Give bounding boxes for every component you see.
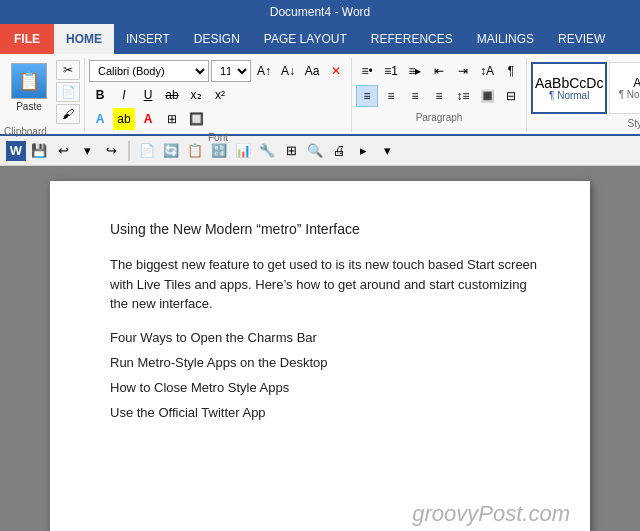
- style-nospacing-preview: AaB: [633, 77, 640, 89]
- ribbon-body: 📋 Paste ✂ 📄 🖌 Clipboard Calibri (Body) 1…: [0, 54, 640, 136]
- format-painter-button[interactable]: 🖌: [56, 104, 80, 124]
- style-normal[interactable]: AaBbCcDc ¶ Normal: [531, 62, 607, 114]
- document-area: Using the New Modern “metro” Interface T…: [0, 166, 640, 531]
- sort-button[interactable]: ↕A: [476, 60, 498, 82]
- bullets-button[interactable]: ≡•: [356, 60, 378, 82]
- tab-mailings[interactable]: MAILINGS: [465, 24, 546, 54]
- style-normal-label: ¶ Normal: [549, 90, 589, 101]
- styles-section: AaBbCcDc ¶ Normal AaB ¶ No Spa… ▲ ▼ ⊞ St…: [527, 58, 640, 132]
- list-item-0: Four Ways to Open the Charms Bar: [110, 330, 540, 345]
- paste-label: Paste: [16, 101, 42, 112]
- document-title: Using the New Modern “metro” Interface: [110, 221, 540, 237]
- qat-btn6[interactable]: 🔧: [256, 140, 278, 162]
- qat-btn10[interactable]: ▸: [352, 140, 374, 162]
- tab-home[interactable]: HOME: [54, 24, 114, 54]
- tab-insert[interactable]: INSERT: [114, 24, 182, 54]
- document-page[interactable]: Using the New Modern “metro” Interface T…: [50, 181, 590, 531]
- font-name-select[interactable]: Calibri (Body): [89, 60, 209, 82]
- ribbon-tabs: FILE HOME INSERT DESIGN PAGE LAYOUT REFE…: [0, 24, 640, 54]
- clipboard-section: 📋 Paste ✂ 📄 🖌 Clipboard: [0, 58, 85, 132]
- groovy-watermark: groovyPost.com: [412, 501, 570, 527]
- superscript-button[interactable]: x²: [209, 84, 231, 106]
- increase-font-button[interactable]: A↑: [253, 60, 275, 82]
- decrease-font-button[interactable]: A↓: [277, 60, 299, 82]
- font-color-button[interactable]: A: [137, 108, 159, 130]
- style-normal-preview: AaBbCcDc: [535, 76, 603, 90]
- tab-page-layout[interactable]: PAGE LAYOUT: [252, 24, 359, 54]
- document-paragraph: The biggest new feature to get used to i…: [110, 255, 540, 314]
- styles-label: Styles: [531, 118, 640, 129]
- quick-access-toolbar: W 💾 ↩ ▾ ↪ 📄 🔄 📋 🔡 📊 🔧 ⊞ 🔍 🖨 ▸ ▾: [0, 136, 640, 166]
- shading-button[interactable]: 🔲: [185, 108, 207, 130]
- word-icon: W: [6, 141, 26, 161]
- qat-btn2[interactable]: 🔄: [160, 140, 182, 162]
- shading-para-button[interactable]: 🔳: [476, 85, 498, 107]
- qat-btn7[interactable]: ⊞: [280, 140, 302, 162]
- text-highlight-button[interactable]: ab: [113, 108, 135, 130]
- change-case-button[interactable]: Aa: [301, 60, 323, 82]
- underline-button[interactable]: U: [137, 84, 159, 106]
- tab-review[interactable]: REVIEW: [546, 24, 617, 54]
- tab-file[interactable]: FILE: [0, 24, 54, 54]
- text-effects-button[interactable]: A: [89, 108, 111, 130]
- borders-para-button[interactable]: ⊟: [500, 85, 522, 107]
- align-right-button[interactable]: ≡: [404, 85, 426, 107]
- decrease-indent-button[interactable]: ⇤: [428, 60, 450, 82]
- clipboard-right: ✂ 📄 🖌: [56, 60, 80, 124]
- undo-button[interactable]: ↩: [52, 140, 74, 162]
- qat-btn4[interactable]: 🔡: [208, 140, 230, 162]
- copy-button[interactable]: 📄: [56, 82, 80, 102]
- align-center-button[interactable]: ≡: [380, 85, 402, 107]
- list-item-1: Run Metro-Style Apps on the Desktop: [110, 355, 540, 370]
- italic-button[interactable]: I: [113, 84, 135, 106]
- redo-button[interactable]: ↪: [100, 140, 122, 162]
- align-left-button[interactable]: ≡: [356, 85, 378, 107]
- styles-gallery: AaBbCcDc ¶ Normal AaB ¶ No Spa… ▲ ▼ ⊞: [531, 60, 640, 116]
- title-text: Document4 - Word: [270, 5, 370, 19]
- qat-btn5[interactable]: 📊: [232, 140, 254, 162]
- qat-dropdown[interactable]: ▾: [376, 140, 398, 162]
- subscript-button[interactable]: x₂: [185, 84, 207, 106]
- bold-button[interactable]: B: [89, 84, 111, 106]
- show-hide-button[interactable]: ¶: [500, 60, 522, 82]
- qat-btn9[interactable]: 🖨: [328, 140, 350, 162]
- borders-button[interactable]: ⊞: [161, 108, 183, 130]
- style-no-spacing[interactable]: AaB ¶ No Spa…: [609, 62, 640, 114]
- tab-references[interactable]: REFERENCES: [359, 24, 465, 54]
- clipboard-label: Clipboard: [4, 126, 47, 137]
- numbering-button[interactable]: ≡1: [380, 60, 402, 82]
- paste-button[interactable]: 📋 Paste: [4, 60, 54, 124]
- strikethrough-button[interactable]: ab: [161, 84, 183, 106]
- clear-format-button[interactable]: ✕: [325, 60, 347, 82]
- save-button[interactable]: 💾: [28, 140, 50, 162]
- tab-design[interactable]: DESIGN: [182, 24, 252, 54]
- paragraph-label: Paragraph: [356, 112, 522, 123]
- multilevel-button[interactable]: ≡▸: [404, 60, 426, 82]
- title-bar: Document4 - Word: [0, 0, 640, 24]
- list-item-3: Use the Official Twitter App: [110, 405, 540, 420]
- justify-button[interactable]: ≡: [428, 85, 450, 107]
- style-nospacing-label: ¶ No Spa…: [619, 89, 640, 100]
- qat-btn1[interactable]: 📄: [136, 140, 158, 162]
- undo-dropdown[interactable]: ▾: [76, 140, 98, 162]
- cut-button[interactable]: ✂: [56, 60, 80, 80]
- paste-icon: 📋: [11, 63, 47, 99]
- font-section: Calibri (Body) 11 A↑ A↓ Aa ✕ B I U ab x₂…: [85, 58, 352, 132]
- increase-indent-button[interactable]: ⇥: [452, 60, 474, 82]
- list-item-2: How to Close Metro Style Apps: [110, 380, 540, 395]
- line-spacing-button[interactable]: ↕≡: [452, 85, 474, 107]
- qat-btn8[interactable]: 🔍: [304, 140, 326, 162]
- font-size-select[interactable]: 11: [211, 60, 251, 82]
- paragraph-section: ≡• ≡1 ≡▸ ⇤ ⇥ ↕A ¶ ≡ ≡ ≡ ≡ ↕≡ 🔳 ⊟ Paragra…: [352, 58, 527, 132]
- qat-btn3[interactable]: 📋: [184, 140, 206, 162]
